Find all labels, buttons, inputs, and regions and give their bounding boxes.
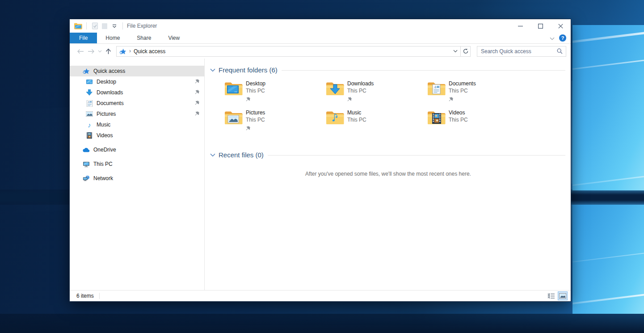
pin-icon <box>449 95 476 103</box>
qat-customize-chevron-icon[interactable] <box>109 21 119 31</box>
minimize-button[interactable] <box>510 19 530 33</box>
sidebar-item-this-pc[interactable]: This PC <box>70 159 204 169</box>
pin-icon <box>195 100 200 106</box>
qat-properties-icon[interactable] <box>90 21 100 31</box>
maximize-button[interactable] <box>530 19 551 33</box>
search-icon[interactable] <box>557 48 563 54</box>
wallpaper-bottom-band <box>0 314 644 333</box>
status-bar: 6 items <box>70 290 571 301</box>
navigation-pane: Quick access Desktop <box>70 59 205 290</box>
forward-button[interactable] <box>86 46 97 57</box>
folder-tile-downloads[interactable]: Downloads This PC <box>326 80 427 109</box>
breadcrumb-quick-access[interactable]: Quick access <box>134 48 165 55</box>
sidebar-item-music[interactable]: ♪ Music <box>70 119 204 130</box>
details-view-button[interactable] <box>547 292 556 300</box>
back-button[interactable] <box>75 46 86 57</box>
pin-icon <box>347 95 374 103</box>
sidebar-item-videos[interactable]: Videos <box>70 130 204 141</box>
desktop-icon <box>86 78 93 85</box>
folder-tile-music[interactable]: Music This PC <box>326 109 427 138</box>
downloads-folder-icon <box>326 81 345 96</box>
frequent-folders-header[interactable]: Frequent folders (6) <box>210 66 566 74</box>
downloads-icon <box>86 89 93 96</box>
up-button[interactable] <box>103 46 114 57</box>
collapse-chevron-icon[interactable] <box>210 68 215 72</box>
videos-icon <box>86 132 93 139</box>
folder-tile-videos[interactable]: Videos This PC <box>427 109 529 138</box>
sidebar-item-onedrive[interactable]: OneDrive <box>70 144 204 155</box>
title-bar[interactable]: File Explorer <box>70 19 571 33</box>
expand-ribbon-chevron-icon[interactable] <box>550 34 555 42</box>
pin-icon <box>246 124 265 132</box>
this-pc-icon <box>83 160 90 168</box>
videos-folder-icon <box>427 110 446 125</box>
help-icon[interactable]: ? <box>559 34 566 42</box>
quick-access-star-icon <box>83 67 90 75</box>
refresh-button[interactable] <box>461 46 471 57</box>
navigation-bar: › Quick access <box>70 44 571 59</box>
quick-access-star-icon <box>119 48 126 55</box>
onedrive-icon <box>83 146 90 153</box>
sidebar-item-network[interactable]: Network <box>70 173 204 184</box>
sidebar-item-desktop[interactable]: Desktop <box>70 76 204 87</box>
large-icons-view-button[interactable] <box>558 292 567 300</box>
search-box[interactable] <box>477 46 566 57</box>
items-count: 6 items <box>70 293 94 299</box>
ribbon-tab-bar: File Home Share View ? <box>70 33 571 44</box>
pictures-folder-icon <box>224 110 243 125</box>
desktop-folder-icon <box>224 81 243 96</box>
file-explorer-icon <box>73 21 83 31</box>
frequent-folders-grid: Desktop This PC Downloads This PC <box>224 80 566 138</box>
documents-folder-icon <box>427 81 446 96</box>
tab-home[interactable]: Home <box>97 33 128 43</box>
pin-icon <box>195 111 200 117</box>
tab-view[interactable]: View <box>160 33 188 43</box>
sidebar-item-downloads[interactable]: Downloads <box>70 87 204 98</box>
file-explorer-window: File Explorer File Home Share View ? <box>69 19 571 302</box>
pin-icon <box>246 95 265 103</box>
folder-tile-pictures[interactable]: Pictures This PC <box>224 109 326 138</box>
close-button[interactable] <box>551 19 571 33</box>
network-icon <box>83 175 90 182</box>
items-view: Frequent folders (6) Desktop This PC <box>205 59 571 290</box>
breadcrumb-chevron-icon: › <box>129 48 131 54</box>
music-icon: ♪ <box>86 121 93 128</box>
recent-files-header[interactable]: Recent files (0) <box>210 151 566 159</box>
tab-file[interactable]: File <box>70 33 97 43</box>
sidebar-item-pictures[interactable]: Pictures <box>70 109 204 119</box>
window-title: File Explorer <box>127 23 157 29</box>
pin-icon <box>195 89 200 96</box>
address-bar[interactable]: › Quick access <box>116 46 461 57</box>
recent-locations-chevron-icon[interactable] <box>97 46 103 57</box>
folder-tile-desktop[interactable]: Desktop This PC <box>224 80 326 109</box>
qat-new-folder-icon[interactable] <box>100 21 109 31</box>
pictures-icon <box>86 110 93 118</box>
folder-tile-documents[interactable]: Documents This PC <box>427 80 529 109</box>
tab-share[interactable]: Share <box>128 33 160 43</box>
address-dropdown-chevron-icon[interactable] <box>450 50 460 53</box>
windows-logo-pane-bottom <box>572 205 644 314</box>
music-folder-icon <box>326 110 345 125</box>
pin-icon <box>195 79 200 85</box>
sidebar-item-quick-access[interactable]: Quick access <box>70 66 204 76</box>
sidebar-item-documents[interactable]: Documents <box>70 98 204 109</box>
recent-files-empty-message: After you've opened some files, we'll sh… <box>210 171 566 177</box>
search-input[interactable] <box>477 48 557 55</box>
windows-logo-pane-top <box>572 25 644 190</box>
documents-icon <box>86 100 93 107</box>
collapse-chevron-icon[interactable] <box>210 153 215 157</box>
